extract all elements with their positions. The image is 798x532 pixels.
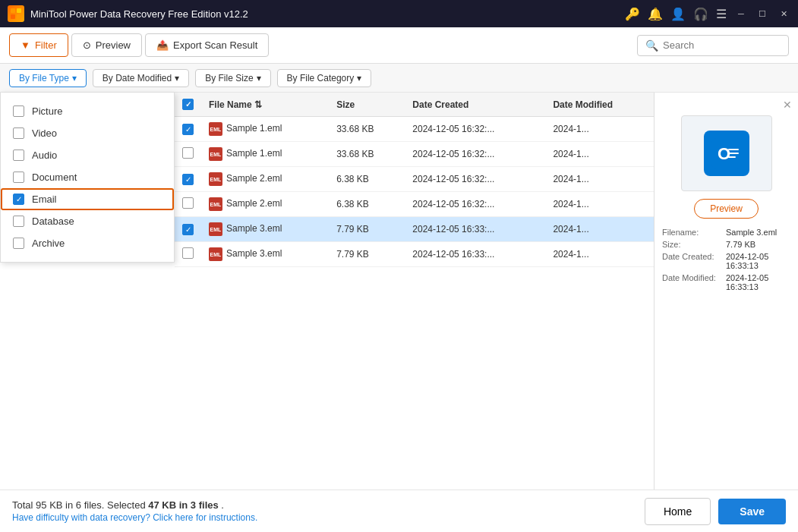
filter-by-category-button[interactable]: By File Category ▾ xyxy=(277,69,372,87)
file-size-cell: 6.38 KB xyxy=(329,167,405,192)
date-modified-cell: 2024-1... xyxy=(545,192,654,217)
file-size-cell: 33.68 KB xyxy=(329,142,405,167)
preview-action-button[interactable]: Preview xyxy=(694,199,759,219)
th-date-modified: Date Modified xyxy=(545,93,654,117)
chevron-down-icon4: ▾ xyxy=(357,73,361,83)
date-created-cell: 2024-12-05 16:32:... xyxy=(405,142,545,167)
filter-icon: ▼ xyxy=(21,39,30,51)
menu-icon[interactable]: ☰ xyxy=(716,7,727,21)
status-bar: Total 95 KB in 6 files. Selected 47 KB i… xyxy=(0,490,798,532)
titlebar-icons: 🔑 🔔 👤 🎧 ☰ ─ ☐ ✕ xyxy=(625,7,790,21)
status-text: Total 95 KB in 6 files. Selected 47 KB i… xyxy=(12,499,645,523)
date-modified-cell: 2024-1... xyxy=(545,167,654,192)
table-row[interactable]: EMLSample 1.eml33.68 KB2024-12-05 16:32:… xyxy=(175,142,654,167)
filter-by-size-button[interactable]: By File Size ▾ xyxy=(195,69,270,87)
dropdown-item-audio[interactable]: Audio xyxy=(1,144,174,166)
filter-by-date-button[interactable]: By Date Modified ▾ xyxy=(93,69,189,87)
filter-button[interactable]: ▼ Filter xyxy=(9,33,68,57)
date-modified-cell: 2024-1... xyxy=(545,117,654,142)
th-filename[interactable]: File Name ⇅ xyxy=(201,93,329,117)
bell-icon[interactable]: 🔔 xyxy=(648,7,663,21)
date-modified-cell: 2024-1... xyxy=(545,242,654,267)
eml-icon: EML xyxy=(209,222,222,236)
row-checkbox[interactable]: ✓ xyxy=(182,174,194,185)
preview-icon: ⊙ xyxy=(83,39,91,51)
file-type-dropdown: Picture Video Audio Document ✓ Email Dat… xyxy=(0,93,175,263)
preview-close-button[interactable]: ✕ xyxy=(783,99,792,111)
export-icon: 📤 xyxy=(156,39,169,51)
key-icon[interactable]: 🔑 xyxy=(625,7,640,21)
table-row[interactable]: ✓EMLSample 2.eml6.38 KB2024-12-05 16:32:… xyxy=(175,167,654,192)
headphone-icon[interactable]: 🎧 xyxy=(693,7,708,21)
meta-created-row: Date Created: 2024-12-05 16:33:13 xyxy=(662,252,790,270)
dropdown-item-picture[interactable]: Picture xyxy=(1,100,174,122)
help-link[interactable]: Have difficulty with data recovery? Clic… xyxy=(12,512,645,523)
dropdown-item-video[interactable]: Video xyxy=(1,122,174,144)
home-button[interactable]: Home xyxy=(645,498,711,525)
selected-end: . xyxy=(221,499,224,511)
file-name-cell: EMLSample 3.eml xyxy=(201,217,329,242)
meta-size-row: Size: 7.79 KB xyxy=(662,240,790,249)
close-button[interactable]: ✕ xyxy=(777,7,790,20)
document-checkbox[interactable] xyxy=(13,172,24,183)
archive-checkbox[interactable] xyxy=(13,238,24,249)
eml-icon: EML xyxy=(209,147,222,161)
search-input[interactable] xyxy=(663,39,781,51)
file-name-cell: EMLSample 3.eml xyxy=(201,242,329,267)
file-table: ✓ File Name ⇅ Size Date Created Date Mod… xyxy=(175,93,654,267)
meta-filename-row: Filename: Sample 3.eml xyxy=(662,228,790,237)
table-row[interactable]: ✓EMLSample 1.eml33.68 KB2024-12-05 16:32… xyxy=(175,117,654,142)
filename-value: Sample 3.eml xyxy=(726,228,777,237)
table-row[interactable]: EMLSample 2.eml6.38 KB2024-12-05 16:32:.… xyxy=(175,192,654,217)
maximize-button[interactable]: ☐ xyxy=(755,7,769,20)
preview-panel: ✕ O Preview Filename: Sample 3.eml Size:… xyxy=(654,93,798,490)
eml-icon: EML xyxy=(209,197,222,211)
filename-label: Filename: xyxy=(662,228,723,237)
table-row[interactable]: ✓EMLSample 3.eml7.79 KB2024-12-05 16:33:… xyxy=(175,217,654,242)
date-created-cell: 2024-12-05 16:33:... xyxy=(405,242,545,267)
dropdown-item-database[interactable]: Database xyxy=(1,210,174,232)
document-label: Document xyxy=(32,172,77,183)
row-checkbox[interactable] xyxy=(182,247,194,259)
eml-icon: EML xyxy=(209,247,222,261)
meta-modified-row: Date Modified: 2024-12-05 16:33:13 xyxy=(662,273,790,291)
row-checkbox[interactable]: ✓ xyxy=(182,224,194,235)
row-checkbox[interactable] xyxy=(182,197,194,209)
picture-checkbox[interactable] xyxy=(13,105,24,117)
chevron-down-icon3: ▾ xyxy=(257,73,261,83)
file-table-area: ✓ File Name ⇅ Size Date Created Date Mod… xyxy=(175,93,654,490)
preview-thumbnail: O xyxy=(681,115,772,191)
svg-rect-7 xyxy=(728,153,739,154)
email-checkbox[interactable]: ✓ xyxy=(13,194,24,205)
database-label: Database xyxy=(32,216,74,227)
minimize-button[interactable]: ─ xyxy=(734,7,748,20)
file-name-cell: EMLSample 1.eml xyxy=(201,142,329,167)
size-value: 7.79 KB xyxy=(726,240,755,249)
search-box[interactable]: 🔍 xyxy=(637,35,789,56)
date-created-cell: 2024-12-05 16:32:... xyxy=(405,117,545,142)
select-all-checkbox[interactable]: ✓ xyxy=(182,99,194,110)
export-button[interactable]: 📤 Export Scan Result xyxy=(145,33,269,57)
th-date-created: Date Created xyxy=(405,93,545,117)
filter-bar: By File Type ▾ By Date Modified ▾ By Fil… xyxy=(0,64,798,93)
dropdown-item-email[interactable]: ✓ Email xyxy=(1,188,174,210)
toolbar: ▼ Filter ⊙ Preview 📤 Export Scan Result … xyxy=(0,27,798,64)
date-modified-cell: 2024-1... xyxy=(545,142,654,167)
audio-checkbox[interactable] xyxy=(13,150,24,161)
row-checkbox[interactable] xyxy=(182,147,194,159)
svg-rect-2 xyxy=(11,14,15,19)
svg-rect-6 xyxy=(728,149,739,150)
user-icon[interactable]: 👤 xyxy=(670,7,686,21)
th-checkbox[interactable]: ✓ xyxy=(175,93,201,117)
filter-by-type-button[interactable]: By File Type ▾ xyxy=(9,69,87,87)
video-checkbox[interactable] xyxy=(13,127,24,139)
dropdown-item-document[interactable]: Document xyxy=(1,166,174,188)
dropdown-item-archive[interactable]: Archive xyxy=(1,232,174,254)
row-checkbox[interactable]: ✓ xyxy=(182,124,194,135)
database-checkbox[interactable] xyxy=(13,216,24,227)
table-row[interactable]: EMLSample 3.eml7.79 KB2024-12-05 16:33:.… xyxy=(175,242,654,267)
preview-button[interactable]: ⊙ Preview xyxy=(71,33,142,57)
save-button[interactable]: Save xyxy=(718,499,786,524)
date-modified-cell: 2024-1... xyxy=(545,217,654,242)
file-size-cell: 33.68 KB xyxy=(329,117,405,142)
